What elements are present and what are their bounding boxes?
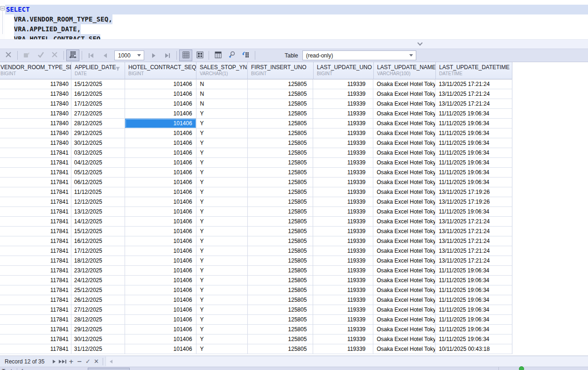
cell-last_update_datetime[interactable]: 13/11/2025 17:21:24: [435, 256, 512, 266]
table-row[interactable]: 11784125/12/2025101406Y125805119339Osaka…: [0, 285, 512, 295]
sql-line[interactable]: VRA.APPLIED_DATE,: [5, 24, 588, 34]
form-view-button[interactable]: [193, 50, 206, 61]
cell-first_insert_uno[interactable]: 125805: [248, 334, 314, 344]
cell-last_update_name[interactable]: Osaka Excel Hotel Tokyu: [373, 128, 435, 138]
table-row[interactable]: 11784124/12/2025101406Y125805119339Osaka…: [0, 276, 512, 285]
table-row[interactable]: 11784015/12/2025101406N125805119339Osaka…: [0, 79, 512, 89]
scroll-left-icon[interactable]: [110, 360, 112, 363]
cell-last_update_uno[interactable]: 119339: [313, 295, 373, 305]
cell-sales_stop_yn[interactable]: Y: [196, 148, 248, 158]
cell-vendor_room_type_seq[interactable]: 117841: [0, 236, 71, 246]
cell-last_update_datetime[interactable]: 13/11/2025 17:21:24: [435, 79, 512, 89]
cell-last_update_uno[interactable]: 119339: [313, 217, 373, 227]
cell-hotel_contract_seq[interactable]: 101406: [125, 295, 196, 305]
cell-hotel_contract_seq[interactable]: 101406: [125, 207, 196, 217]
table-row[interactable]: 11784113/12/2025101406Y125805119339Osaka…: [0, 207, 512, 217]
cell-hotel_contract_seq[interactable]: 101406: [125, 128, 196, 138]
cell-first_insert_uno[interactable]: 125805: [248, 119, 314, 128]
table-row[interactable]: 11784027/12/2025101406Y125805119339Osaka…: [0, 109, 512, 119]
cell-vendor_room_type_seq[interactable]: 117841: [0, 217, 71, 227]
cell-first_insert_uno[interactable]: 125805: [248, 217, 314, 227]
cell-vendor_room_type_seq[interactable]: 117841: [0, 344, 71, 354]
cell-sales_stop_yn[interactable]: Y: [196, 266, 248, 276]
cell-vendor_room_type_seq[interactable]: 117841: [0, 246, 71, 256]
refresh-grid-button[interactable]: [239, 50, 252, 61]
cell-first_insert_uno[interactable]: 125805: [248, 256, 314, 266]
cell-applied_date[interactable]: 15/12/2025: [71, 227, 125, 236]
cell-sales_stop_yn[interactable]: Y: [196, 109, 248, 119]
cell-last_update_datetime[interactable]: 10/11/2025 00:43:18: [435, 344, 512, 354]
cell-hotel_contract_seq[interactable]: 101406: [125, 246, 196, 256]
cell-first_insert_uno[interactable]: 125805: [248, 89, 314, 99]
column-header-vendor_room_type_seq[interactable]: VENDOR_ROOM_TYPE_SEQBIGINT: [0, 62, 71, 79]
cell-last_update_name[interactable]: Osaka Excel Hotel Tokyu: [373, 315, 435, 325]
table-row[interactable]: 11784030/12/2025101406Y125805119339Osaka…: [0, 138, 512, 148]
cell-applied_date[interactable]: 24/12/2025: [71, 276, 125, 285]
column-visibility-button[interactable]: [211, 50, 224, 61]
cell-sales_stop_yn[interactable]: N: [196, 89, 248, 99]
cell-sales_stop_yn[interactable]: Y: [196, 295, 248, 305]
cell-hotel_contract_seq[interactable]: 101406: [125, 99, 196, 109]
cell-vendor_room_type_seq[interactable]: 117840: [0, 89, 71, 99]
table-row[interactable]: 11784130/12/2025101406Y125805119339Osaka…: [0, 334, 512, 344]
last-page-button[interactable]: [161, 50, 174, 61]
cell-vendor_room_type_seq[interactable]: 117841: [0, 276, 71, 285]
cell-vendor_room_type_seq[interactable]: 117841: [0, 207, 71, 217]
cell-last_update_uno[interactable]: 119339: [313, 99, 373, 109]
cell-first_insert_uno[interactable]: 125805: [248, 325, 314, 334]
cell-hotel_contract_seq[interactable]: 101406: [125, 305, 196, 315]
cell-first_insert_uno[interactable]: 125805: [248, 109, 314, 119]
table-row[interactable]: 11784106/12/2025101406Y125805119339Osaka…: [0, 178, 512, 187]
cell-vendor_room_type_seq[interactable]: 117841: [0, 295, 71, 305]
page-size-combo[interactable]: 1000: [114, 50, 144, 60]
cell-applied_date[interactable]: 27/12/2025: [71, 109, 125, 119]
table-row[interactable]: 11784017/12/2025101406N125805119339Osaka…: [0, 99, 512, 109]
cell-last_update_name[interactable]: Osaka Excel Hotel Tokyu: [373, 256, 435, 266]
cell-last_update_uno[interactable]: 119339: [313, 334, 373, 344]
cell-sales_stop_yn[interactable]: Y: [196, 276, 248, 285]
table-row[interactable]: 11784127/12/2025101406Y125805119339Osaka…: [0, 305, 512, 315]
cell-last_update_name[interactable]: Osaka Excel Hotel Tokyu: [373, 178, 435, 187]
cell-vendor_room_type_seq[interactable]: 117841: [0, 158, 71, 168]
cell-last_update_uno[interactable]: 119339: [313, 305, 373, 315]
table-row[interactable]: 11784028/12/2025101406Y125805119339Osaka…: [0, 119, 512, 128]
cell-last_update_datetime[interactable]: 11/11/2025 19:06:34: [435, 276, 512, 285]
cell-last_update_name[interactable]: Osaka Excel Hotel Tokyu: [373, 217, 435, 227]
cell-last_update_uno[interactable]: 119339: [313, 187, 373, 197]
cell-hotel_contract_seq[interactable]: 101406: [125, 227, 196, 236]
cell-hotel_contract_seq[interactable]: 101406: [125, 266, 196, 276]
cell-first_insert_uno[interactable]: 125805: [248, 148, 314, 158]
cell-vendor_room_type_seq[interactable]: 117841: [0, 325, 71, 334]
cell-vendor_room_type_seq[interactable]: 117841: [0, 266, 71, 276]
cell-first_insert_uno[interactable]: 125805: [248, 79, 314, 89]
horizontal-scrollbar[interactable]: [105, 356, 588, 366]
cell-last_update_name[interactable]: Osaka Excel Hotel Tokyu: [373, 236, 435, 246]
cell-applied_date[interactable]: 25/12/2025: [71, 285, 125, 295]
cell-first_insert_uno[interactable]: 125805: [248, 187, 314, 197]
cell-applied_date[interactable]: 26/12/2025: [71, 295, 125, 305]
cell-last_update_datetime[interactable]: 11/11/2025 19:06:34: [435, 305, 512, 315]
cell-sales_stop_yn[interactable]: Y: [196, 178, 248, 187]
cell-sales_stop_yn[interactable]: Y: [196, 256, 248, 266]
cell-hotel_contract_seq[interactable]: 101406: [125, 276, 196, 285]
cell-last_update_name[interactable]: Osaka Excel Hotel Tokyu: [373, 227, 435, 236]
cell-hotel_contract_seq[interactable]: 101406: [125, 285, 196, 295]
sql-line[interactable]: VRA.VENDOR_ROOM_TYPE_SEQ,: [5, 14, 588, 24]
cell-sales_stop_yn[interactable]: N: [196, 99, 248, 109]
column-header-hotel_contract_seq[interactable]: HOTEL_CONTRACT_SEQBIGINT: [125, 62, 196, 79]
table-row[interactable]: 11784115/12/2025101406Y125805119339Osaka…: [0, 227, 512, 236]
tab-text[interactable]: Text: [2, 368, 12, 370]
cell-last_update_name[interactable]: Osaka Excel Hotel Tokyu: [373, 138, 435, 148]
cell-first_insert_uno[interactable]: 125805: [248, 285, 314, 295]
delete-record-button[interactable]: −: [75, 357, 84, 366]
panel-splitter[interactable]: [0, 39, 588, 49]
table-row[interactable]: 11784029/12/2025101406Y125805119339Osaka…: [0, 128, 512, 138]
cell-last_update_name[interactable]: Osaka Excel Hotel Tokyu: [373, 305, 435, 315]
cell-last_update_uno[interactable]: 119339: [313, 256, 373, 266]
fold-marker-icon[interactable]: [0, 6, 5, 10]
cell-sales_stop_yn[interactable]: Y: [196, 138, 248, 148]
first-page-button[interactable]: [84, 50, 98, 61]
cell-vendor_room_type_seq[interactable]: 117840: [0, 119, 71, 128]
cell-last_update_uno[interactable]: 119339: [313, 128, 373, 138]
cell-vendor_room_type_seq[interactable]: 117840: [0, 79, 71, 89]
